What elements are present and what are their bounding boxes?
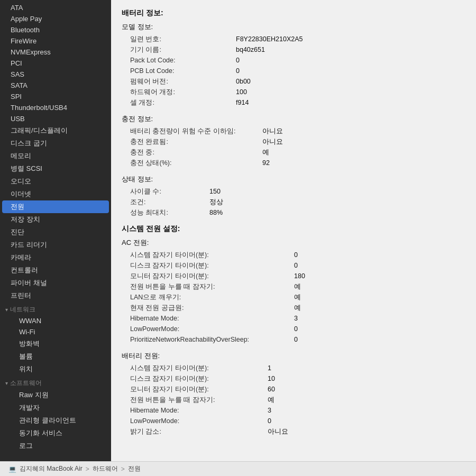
info-label: 셀 개정: [130,97,236,108]
software-label: 소프트웨어 [10,379,42,388]
sidebar-item[interactable]: USB [0,113,111,124]
sidebar-item[interactable]: 진단 [0,226,111,239]
info-row: 시스템 잠자기 타이머(분):0 [122,250,465,260]
info-row: Hibernate Mode:3 [122,313,465,324]
sidebar-item[interactable]: 파이버 채널 [0,277,111,289]
info-value: 0b00 [236,76,251,87]
battery-power-block: 배터리 전원: 시스템 잠자기 타이머(분):1디스크 잠자기 타이머(분):1… [122,351,465,437]
breadcrumb-device: 김지혜의 MacBook Air [20,464,83,473]
sidebar-item[interactable]: 전원 [2,200,109,213]
info-value: 92 [262,158,270,168]
info-label: 전원 버튼을 누를 때 잠자기: [130,395,268,405]
sidebar-item[interactable]: NVMExpress [0,47,111,58]
info-value: 3 [294,313,298,324]
info-row: 충전 완료됨:아니요 [122,136,465,147]
sidebar: ATAApple PayBluetoothFireWireNVMExpressP… [0,0,111,461]
sidebar-child-item[interactable]: Raw 지원 [0,389,111,401]
info-row: LowPowerMode:0 [122,324,465,334]
info-row: 하드웨어 개정:100 [122,87,465,97]
info-label: 충전 중: [130,147,262,158]
info-label: Hibernate Mode: [130,405,268,416]
info-label: 디스크 잠자기 타이머(분): [130,260,294,271]
sidebar-child-item[interactable]: 로그 [0,440,111,452]
sidebar-item[interactable]: 그래픽/디스플레이 [0,124,111,137]
info-value: 150 [209,186,221,197]
info-value: 180 [294,271,305,281]
ac-rows: 시스템 잠자기 타이머(분):0디스크 잠자기 타이머(분):0모니터 잠자기 … [122,250,465,345]
network-section-header[interactable]: ▾ 네트워크 [0,302,111,315]
info-row: LAN으로 깨우기:예 [122,292,465,303]
ac-section-title: AC 전원: [122,238,465,248]
sidebar-child-item[interactable]: 볼륨 [0,350,111,363]
breadcrumb-icon: 💻 [8,465,16,473]
info-row: 전원 버튼을 누를 때 잠자기:예 [122,395,465,405]
sidebar-item[interactable]: Bluetooth [0,24,111,35]
breadcrumb-sep1: > [86,465,89,473]
info-row: 디스크 잠자기 타이머(분):10 [122,373,465,384]
sidebar-child-item[interactable]: WWAN [0,315,111,326]
status-section-title: 상태 정보: [122,175,465,184]
info-row: 배터리 충전량이 위험 수준 이하임:아니요 [122,126,465,136]
sidebar-item[interactable]: 저장 장치 [0,213,111,226]
sidebar-item[interactable]: 병렬 SCSI [0,162,111,175]
content-area: 배터리 정보: 모델 정보: 일련 번호:F8Y22830EH210X2A5기기… [111,0,476,461]
sidebar-child-item[interactable]: Wi-Fi [0,326,111,337]
sidebar-child-item[interactable]: 방화벽 [0,337,111,350]
info-value: F8Y22830EH210X2A5 [236,34,303,44]
sidebar-item[interactable]: SAS [0,69,111,80]
sidebar-child-item[interactable]: 관리형 클라이언트 [0,414,111,427]
info-label: 현재 전원 공급원: [130,303,294,313]
info-label: 밝기 감소: [130,426,268,437]
info-row: 밝기 감소:아니요 [122,426,465,437]
info-value: 100 [236,87,247,97]
sidebar-item[interactable]: FireWire [0,35,111,47]
battery-power-title: 배터리 전원: [122,351,465,361]
info-label: Hibernate Mode: [130,313,294,324]
charge-section-title: 충전 정보: [122,114,465,124]
info-value: 1 [268,363,271,373]
power-settings-title: 시스템 전원 설정: [122,224,465,234]
sidebar-item[interactable]: SATA [0,80,111,91]
sidebar-item[interactable]: 오디오 [0,175,111,188]
main-container: ATAApple PayBluetoothFireWireNVMExpressP… [0,0,476,461]
sidebar-item[interactable]: Apple Pay [0,13,111,24]
sidebar-child-item[interactable]: 위치 [0,363,111,376]
info-value: 60 [268,384,275,395]
software-section-header[interactable]: ▾ 소프트웨어 [0,376,111,389]
sidebar-item[interactable]: 카드 리더기 [0,239,111,251]
info-row: PCB Lot Code:0 [122,66,465,76]
info-row: 셀 개정:f914 [122,97,465,108]
info-label: 디스크 잠자기 타이머(분): [130,373,268,384]
info-label: 모니터 잠자기 타이머(분): [130,384,268,395]
sidebar-item[interactable]: Thunderbolt/USB4 [0,102,111,113]
sidebar-item[interactable]: 카메라 [0,251,111,264]
sidebar-item[interactable]: 프린터 [0,289,111,302]
sidebar-child-item[interactable]: 동기화 서비스 [0,427,111,440]
sidebar-item[interactable]: 메모리 [0,150,111,162]
sidebar-item[interactable]: PCI [0,58,111,69]
info-row: 펌웨어 버전:0b00 [122,76,465,87]
info-label: Pack Lot Code: [130,55,236,66]
info-row: 충전 중:예 [122,147,465,158]
info-row: 조건:정상 [122,197,465,207]
info-row: 충전 상태(%):92 [122,158,465,168]
info-value: 예 [294,292,301,303]
model-section-title: 모델 정보: [122,22,465,32]
info-label: PCB Lot Code: [130,66,236,76]
sidebar-child-item[interactable]: 개발자 [0,401,111,414]
sidebar-item[interactable]: 컨트롤러 [0,264,111,277]
info-value: 3 [268,405,271,416]
sidebar-item[interactable]: ATA [0,2,111,13]
sidebar-item[interactable]: SPI [0,91,111,102]
info-value: 0 [294,260,298,271]
info-label: 전원 버튼을 누를 때 잠자기: [130,281,294,292]
info-value: 10 [268,373,275,384]
sidebar-item[interactable]: 디스크 굽기 [0,137,111,150]
info-value: 0 [294,324,298,334]
info-value: 0 [236,55,240,66]
info-label: 기기 이름: [130,44,236,55]
info-label: 시스템 잠자기 타이머(분): [130,250,294,260]
sidebar-item[interactable]: 이더넷 [0,188,111,200]
info-row: LowPowerMode:0 [122,416,465,426]
info-value: 0 [236,66,240,76]
